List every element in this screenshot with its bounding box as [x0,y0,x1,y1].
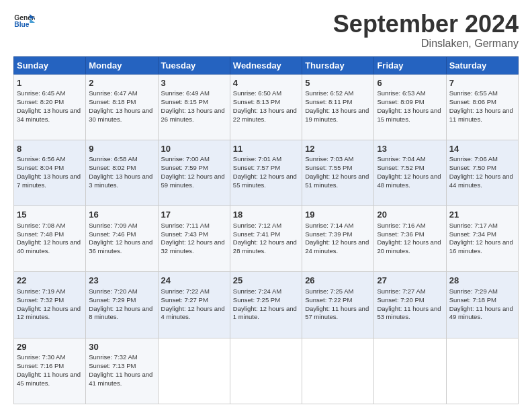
month-title: September 2024 [333,11,519,38]
day-4: 4 Sunrise: 6:50 AMSunset: 8:13 PMDayligh… [230,74,302,140]
col-monday: Monday [86,56,158,74]
day-2: 2 Sunrise: 6:47 AMSunset: 8:18 PMDayligh… [86,74,158,140]
table-row: 29 Sunrise: 7:30 AMSunset: 7:16 PMDaylig… [14,338,519,404]
day-6: 6 Sunrise: 6:53 AMSunset: 8:09 PMDayligh… [374,74,446,140]
header: General Blue September 2024 Dinslaken, G… [13,11,519,50]
day-13: 13 Sunrise: 7:04 AMSunset: 7:52 PMDaylig… [374,140,446,205]
day-12: 12 Sunrise: 7:03 AMSunset: 7:55 PMDaylig… [302,140,374,205]
day-22: 22 Sunrise: 7:19 AMSunset: 7:32 PMDaylig… [14,272,86,338]
day-10: 10 Sunrise: 7:00 AMSunset: 7:59 PMDaylig… [158,140,230,205]
logo: General Blue [13,11,35,32]
table-row: 8 Sunrise: 6:56 AMSunset: 8:04 PMDayligh… [14,140,519,205]
logo-icon: General Blue [13,11,35,32]
day-11: 11 Sunrise: 7:01 AMSunset: 7:57 PMDaylig… [230,140,302,205]
empty-cell [446,338,518,404]
day-30: 30 Sunrise: 7:32 AMSunset: 7:13 PMDaylig… [86,338,158,404]
day-5: 5 Sunrise: 6:52 AMSunset: 8:11 PMDayligh… [302,74,374,140]
column-header-row: Sunday Monday Tuesday Wednesday Thursday… [14,56,519,74]
day-19: 19 Sunrise: 7:14 AMSunset: 7:39 PMDaylig… [302,206,374,272]
page: General Blue September 2024 Dinslaken, G… [0,0,532,411]
day-1: 1 Sunrise: 6:45 AMSunset: 8:20 PMDayligh… [14,74,86,140]
day-24: 24 Sunrise: 7:22 AMSunset: 7:27 PMDaylig… [158,272,230,338]
day-3: 3 Sunrise: 6:49 AMSunset: 8:15 PMDayligh… [158,74,230,140]
col-sunday: Sunday [14,56,86,74]
day-8: 8 Sunrise: 6:56 AMSunset: 8:04 PMDayligh… [14,140,86,205]
table-row: 1 Sunrise: 6:45 AMSunset: 8:20 PMDayligh… [14,74,519,140]
day-27: 27 Sunrise: 7:27 AMSunset: 7:20 PMDaylig… [374,272,446,338]
empty-cell [374,338,446,404]
col-tuesday: Tuesday [158,56,230,74]
day-7: 7 Sunrise: 6:55 AMSunset: 8:06 PMDayligh… [446,74,518,140]
table-row: 22 Sunrise: 7:19 AMSunset: 7:32 PMDaylig… [14,272,519,338]
day-18: 18 Sunrise: 7:12 AMSunset: 7:41 PMDaylig… [230,206,302,272]
title-block: September 2024 Dinslaken, Germany [333,11,519,50]
calendar-table: Sunday Monday Tuesday Wednesday Thursday… [13,56,519,404]
col-saturday: Saturday [446,56,518,74]
day-16: 16 Sunrise: 7:09 AMSunset: 7:46 PMDaylig… [86,206,158,272]
empty-cell [302,338,374,404]
empty-cell [230,338,302,404]
day-25: 25 Sunrise: 7:24 AMSunset: 7:25 PMDaylig… [230,272,302,338]
day-15: 15 Sunrise: 7:08 AMSunset: 7:48 PMDaylig… [14,206,86,272]
table-row: 15 Sunrise: 7:08 AMSunset: 7:48 PMDaylig… [14,206,519,272]
day-29: 29 Sunrise: 7:30 AMSunset: 7:16 PMDaylig… [14,338,86,404]
day-14: 14 Sunrise: 7:06 AMSunset: 7:50 PMDaylig… [446,140,518,205]
day-21: 21 Sunrise: 7:17 AMSunset: 7:34 PMDaylig… [446,206,518,272]
col-wednesday: Wednesday [230,56,302,74]
empty-cell [158,338,230,404]
svg-text:Blue: Blue [14,21,29,28]
day-9: 9 Sunrise: 6:58 AMSunset: 8:02 PMDayligh… [86,140,158,205]
col-thursday: Thursday [302,56,374,74]
col-friday: Friday [374,56,446,74]
day-28: 28 Sunrise: 7:29 AMSunset: 7:18 PMDaylig… [446,272,518,338]
day-23: 23 Sunrise: 7:20 AMSunset: 7:29 PMDaylig… [86,272,158,338]
day-26: 26 Sunrise: 7:25 AMSunset: 7:22 PMDaylig… [302,272,374,338]
day-20: 20 Sunrise: 7:16 AMSunset: 7:36 PMDaylig… [374,206,446,272]
location: Dinslaken, Germany [333,38,519,50]
day-17: 17 Sunrise: 7:11 AMSunset: 7:43 PMDaylig… [158,206,230,272]
